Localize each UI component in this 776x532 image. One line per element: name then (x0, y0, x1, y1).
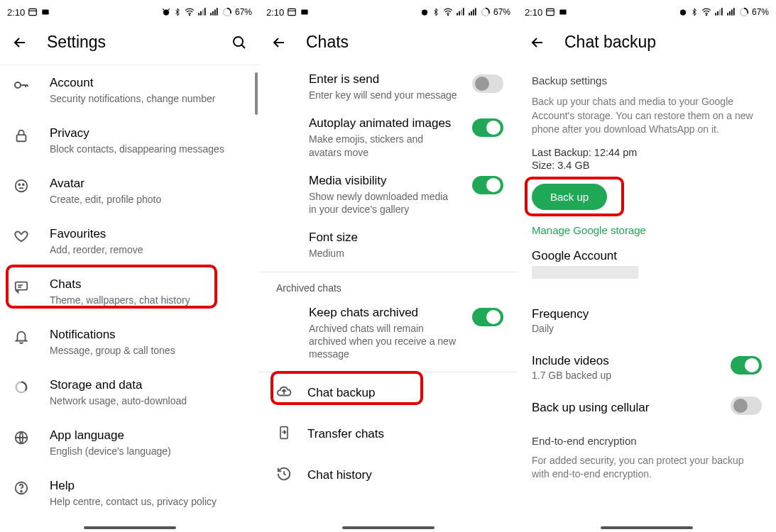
item-sub: Medium (309, 247, 499, 260)
setting-media-visibility[interactable]: Media visibility Show newly downloaded m… (259, 166, 518, 223)
svg-rect-38 (547, 9, 554, 15)
svg-rect-6 (202, 10, 204, 16)
toggle-media-visibility[interactable] (472, 176, 503, 194)
include-videos-title: Include videos (532, 354, 731, 368)
setting-chat-history[interactable]: Chat history (259, 455, 518, 496)
svg-point-23 (21, 491, 22, 492)
frequency-row[interactable]: Frequency Daily (532, 300, 762, 334)
signal-icon (456, 7, 466, 17)
setting-enter-is-send[interactable]: Enter is send Enter key will send your m… (259, 65, 518, 109)
svg-rect-39 (560, 10, 567, 15)
app-bar-settings: Settings (0, 20, 259, 65)
item-sub: Network usage, auto-download (50, 394, 248, 408)
encryption-heading: End-to-end encryption (532, 435, 762, 447)
svg-point-27 (447, 15, 448, 16)
bell-icon (13, 328, 30, 345)
setting-transfer-chats[interactable]: Transfer chats (259, 414, 518, 455)
google-account-redacted (532, 266, 638, 279)
nav-handle[interactable] (601, 526, 693, 529)
svg-rect-31 (463, 8, 464, 16)
card-icon (40, 7, 50, 17)
svg-rect-25 (302, 10, 308, 15)
toggle-cellular[interactable] (731, 397, 762, 415)
svg-rect-9 (212, 11, 214, 16)
svg-point-18 (23, 184, 24, 185)
signal-icon (197, 7, 207, 17)
svg-rect-42 (715, 13, 716, 16)
signal-icon (714, 7, 724, 17)
settings-item-avatar[interactable]: Avatar Create, edit, profile photo (0, 166, 259, 216)
svg-point-3 (189, 15, 190, 16)
svg-point-16 (16, 180, 28, 192)
wifi-icon (184, 7, 195, 17)
settings-item-favourites[interactable]: Favourites Add, reorder, remove (0, 216, 259, 267)
item-title: Notifications (50, 327, 248, 343)
help-icon (13, 480, 30, 497)
svg-rect-24 (288, 9, 296, 15)
newspaper-icon (545, 7, 555, 17)
svg-point-40 (680, 10, 686, 16)
bluetooth-icon (173, 7, 182, 17)
scrollbar[interactable] (255, 72, 258, 115)
svg-rect-48 (731, 10, 733, 16)
backup-content[interactable]: Backup settings Back up your chats and m… (518, 74, 776, 482)
settings-item-notifications[interactable]: Notifications Message, group & call tone… (0, 317, 259, 367)
setting-autoplay[interactable]: Autoplay animated images Make emojis, st… (259, 109, 518, 165)
wifi-icon (701, 7, 712, 17)
toggle-keep-archived[interactable] (472, 308, 503, 326)
svg-rect-33 (471, 11, 472, 16)
setting-keep-archived[interactable]: Keep chats archived Archived chats will … (259, 298, 518, 368)
search-icon[interactable] (231, 34, 248, 51)
svg-rect-11 (217, 8, 218, 16)
settings-list[interactable]: Account Security notifications, change n… (0, 65, 259, 526)
svg-point-26 (422, 10, 427, 16)
lock-icon (13, 127, 30, 144)
manage-storage-link[interactable]: Manage Google storage (532, 224, 762, 236)
settings-item-account[interactable]: Account Security notifications, change n… (0, 65, 259, 116)
data-usage-icon (13, 379, 30, 396)
settings-item-privacy[interactable]: Privacy Block contacts, disappearing mes… (0, 116, 259, 166)
card-icon (300, 7, 310, 17)
svg-rect-35 (475, 8, 476, 16)
nav-handle[interactable] (342, 526, 435, 529)
status-time: 2:10 (266, 7, 284, 18)
toggle-autoplay[interactable] (472, 118, 503, 137)
battery-ring-icon (738, 6, 750, 18)
svg-rect-10 (214, 10, 216, 16)
nav-handle[interactable] (84, 526, 176, 529)
toggle-include-videos[interactable] (731, 356, 762, 375)
page-title: Chats (306, 33, 506, 52)
backup-settings-heading: Backup settings (532, 74, 762, 87)
settings-item-help[interactable]: Help Help centre, contact us, privacy po… (0, 468, 259, 519)
heart-icon (13, 228, 30, 245)
settings-item-language[interactable]: App language English (device's language) (0, 418, 259, 468)
item-title: Media visibility (309, 173, 458, 189)
item-title: Avatar (50, 176, 248, 192)
settings-item-storage[interactable]: Storage and data Network usage, auto-dow… (0, 367, 259, 418)
chats-settings-list[interactable]: Enter is send Enter key will send your m… (259, 65, 518, 496)
back-icon[interactable] (270, 34, 288, 51)
svg-rect-0 (29, 9, 37, 15)
back-icon[interactable] (11, 34, 28, 51)
item-title: Keep chats archived (309, 305, 458, 321)
status-time: 2:10 (525, 7, 542, 18)
item-title: Favourites (50, 226, 248, 242)
svg-rect-44 (719, 10, 721, 16)
signal2-icon (726, 7, 736, 17)
toggle-enter-is-send[interactable] (472, 74, 503, 93)
status-time: 2:10 (7, 7, 25, 18)
highlight-chats (6, 265, 217, 309)
cellular-row[interactable]: Back up using cellular (532, 394, 762, 415)
avatar-face-icon (13, 177, 30, 194)
back-icon[interactable] (529, 34, 546, 51)
include-videos-row[interactable]: Include videos 1.7 GB backed up (532, 347, 762, 381)
svg-rect-45 (721, 8, 723, 16)
item-sub: Make emojis, stickers and avatars move (309, 133, 458, 158)
card-icon (558, 7, 568, 17)
svg-point-2 (163, 10, 169, 16)
encryption-desc: For added security, you can protect your… (532, 454, 762, 482)
google-account-row[interactable]: Google Account (532, 249, 762, 282)
app-bar-chats: Chats (259, 20, 518, 65)
setting-font-size[interactable]: Font size Medium (259, 223, 518, 267)
last-backup-line: Last Backup: 12:44 pm (532, 147, 762, 158)
